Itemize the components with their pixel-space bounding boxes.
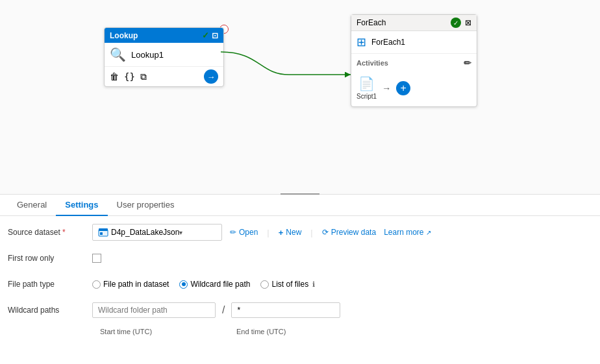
activities-label: Activities <box>356 59 388 67</box>
foreach-title: ForEach <box>356 18 386 27</box>
plus-icon: + <box>279 228 284 237</box>
dataset-icon <box>98 227 108 237</box>
file-path-type-row: File path type File path in dataset Wild… <box>8 274 592 294</box>
arrow-icon: → <box>382 83 391 93</box>
info-icon: ℹ <box>312 280 315 289</box>
lookup-footer: 🗑 {} ⧉ → <box>105 67 223 86</box>
script-node: 📄 Script1 <box>356 76 377 100</box>
first-row-label: First row only <box>8 254 92 263</box>
tab-user-properties[interactable]: User properties <box>108 195 184 216</box>
wildcard-paths-content: / <box>92 302 592 318</box>
new-button[interactable]: + New <box>276 226 305 239</box>
first-row-content <box>92 254 592 263</box>
radio-list-files[interactable]: List of files ℹ <box>260 280 315 289</box>
radio-circle-3 <box>260 280 269 289</box>
required-asterisk: * <box>62 228 66 237</box>
lookup-activity-name: Lookup1 <box>131 50 164 60</box>
dataset-value: D4p_DataLakeJson <box>111 228 179 237</box>
source-dataset-row: Source dataset * D4p_DataLakeJson ▾ ✏ Op… <box>8 223 592 242</box>
lookup-body: 🔍 Lookup1 <box>105 43 223 67</box>
tab-general[interactable]: General <box>8 195 56 216</box>
radio-dot <box>182 282 186 286</box>
foreach-activity-name: ForEach1 <box>371 38 405 47</box>
radio-wildcard[interactable]: Wildcard file path <box>179 280 250 289</box>
open-pencil-icon: ✏ <box>230 228 236 237</box>
foreach-activities-header: Activities ✏ <box>351 54 477 72</box>
form-area: Source dataset * D4p_DataLakeJson ▾ ✏ Op… <box>0 216 600 343</box>
radio-circle-1 <box>92 280 101 289</box>
lookup-footer-icons: 🗑 {} ⧉ <box>110 71 147 82</box>
external-link-icon: ↗ <box>426 229 431 236</box>
first-row-only-row: First row only <box>8 249 592 268</box>
connector-arrow <box>221 39 357 91</box>
add-activity-button[interactable]: + <box>396 81 410 95</box>
lookup-expand-icon[interactable]: ⊡ <box>212 31 218 40</box>
canvas-area: Lookup ✓ ⊡ 🔍 Lookup1 🗑 {} ⧉ → ✓ ✗ ✓ <box>0 0 600 195</box>
radio-file-path[interactable]: File path in dataset <box>92 280 169 289</box>
open-button[interactable]: ✏ Open <box>227 226 260 238</box>
lookup-check-icon: ✓ <box>202 30 209 40</box>
learn-more-link[interactable]: Learn more ↗ <box>384 228 431 237</box>
activities-body: 📄 Script1 → + <box>351 72 477 106</box>
foreach-check-icon: ✓ <box>451 18 461 28</box>
wildcard-paths-row: Wildcard paths / <box>8 300 592 320</box>
foreach-expand-icon[interactable]: ⊠ <box>465 18 471 27</box>
preview-icon: ⟳ <box>322 228 329 237</box>
delete-icon[interactable]: 🗑 <box>110 71 119 82</box>
first-row-checkbox[interactable] <box>92 254 101 263</box>
spacer-label <box>16 328 100 335</box>
wildcard-paths-label: Wildcard paths <box>8 306 92 315</box>
bottom-panel: General Settings User properties Source … <box>0 195 600 343</box>
separator-2: | <box>310 228 312 237</box>
canvas-divider <box>281 193 319 195</box>
tab-settings[interactable]: Settings <box>56 195 107 216</box>
source-dataset-label: Source dataset * <box>8 228 92 237</box>
source-dataset-content: D4p_DataLakeJson ▾ ✏ Open | + New | ⟳ Pr… <box>92 224 592 241</box>
svg-rect-2 <box>100 232 103 235</box>
lookup-search-icon: 🔍 <box>110 47 126 62</box>
edit-icon[interactable]: ✏ <box>464 58 471 68</box>
separator-1: | <box>267 228 269 237</box>
foreach-header: ForEach ✓ ⊠ <box>351 15 477 31</box>
lookup-arrow-button[interactable]: → <box>204 69 218 84</box>
path-separator: / <box>221 304 226 316</box>
foreach-title-row: ⊞ ForEach1 <box>351 31 477 54</box>
lookup-title: Lookup <box>110 31 138 40</box>
radio-group: File path in dataset Wildcard file path … <box>92 280 315 289</box>
file-path-label: File path type <box>8 280 92 289</box>
radio-circle-2 <box>179 280 188 289</box>
svg-rect-1 <box>99 228 108 231</box>
end-time-label: End time (UTC) <box>236 328 286 335</box>
code-icon[interactable]: {} <box>124 71 135 82</box>
tabs-bar: General Settings User properties <box>0 195 600 216</box>
foreach-header-actions: ✓ ⊠ <box>451 18 471 28</box>
foreach-node-icon: ⊞ <box>356 35 366 49</box>
foreach-node: ForEach ✓ ⊠ ⊞ ForEach1 Activities ✏ 📄 Sc… <box>351 14 477 107</box>
wildcard-folder-input[interactable] <box>92 302 216 318</box>
dataset-dropdown[interactable]: D4p_DataLakeJson ▾ <box>92 224 222 241</box>
preview-button[interactable]: ⟳ Preview data <box>319 226 379 238</box>
script-icon: 📄 <box>358 76 375 91</box>
script-name: Script1 <box>356 93 377 100</box>
wildcard-file-input[interactable] <box>231 302 340 318</box>
lookup-header-icons: ✓ ⊡ <box>202 30 218 40</box>
dropdown-arrow-icon: ▾ <box>179 229 216 236</box>
start-time-label: Start time (UTC) <box>100 328 236 335</box>
lookup-node: Lookup ✓ ⊡ 🔍 Lookup1 🗑 {} ⧉ → <box>104 27 224 87</box>
lookup-header: Lookup ✓ ⊡ <box>105 28 223 43</box>
copy-icon[interactable]: ⧉ <box>140 71 147 82</box>
file-path-content: File path in dataset Wildcard file path … <box>92 280 592 289</box>
bottom-labels-row: Start time (UTC) End time (UTC) <box>8 326 592 337</box>
